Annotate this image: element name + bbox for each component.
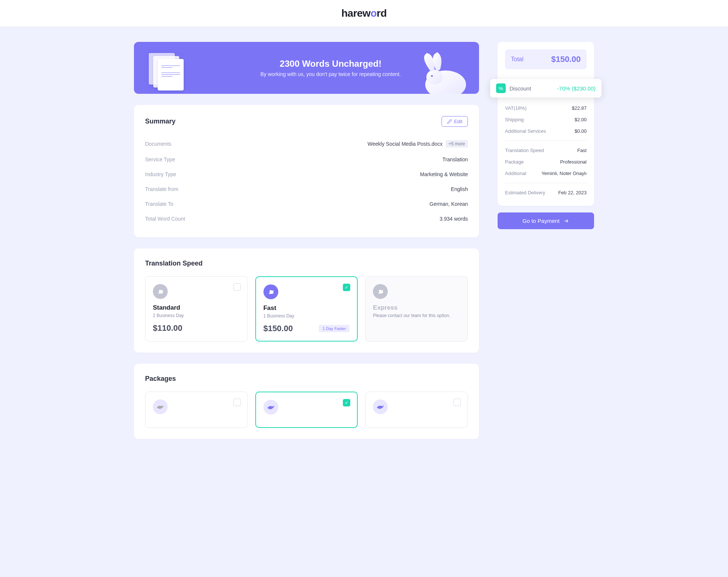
rabbit-icon	[263, 284, 278, 299]
summary-row: Industry Type Marketing & Website	[145, 167, 468, 182]
row-label: Total Word Count	[145, 216, 185, 222]
bird-icon	[263, 400, 278, 415]
packages-title: Packages	[145, 375, 176, 383]
detail-row: Translation Speed Fast	[505, 145, 587, 156]
est-value: Feb 22, 2023	[558, 190, 587, 195]
summary-card: Summary Edit Documents Weekly Social Med…	[134, 105, 479, 237]
price-row: VAT(18%) $22.87	[505, 102, 587, 114]
package-option-2[interactable]: ✓	[255, 392, 358, 428]
arrow-right-icon	[563, 218, 569, 224]
detail-label: Package	[505, 159, 524, 165]
bird-icon	[153, 399, 168, 414]
checkbox-icon	[453, 399, 461, 406]
price-value: $0.00	[574, 128, 587, 134]
option-price: $150.00	[263, 324, 293, 333]
rabbit-illustration	[409, 49, 475, 94]
discount-callout: % Discount -70% ($230.00)	[490, 79, 601, 98]
checkbox-checked-icon: ✓	[343, 399, 350, 406]
row-value: Marketing & Website	[420, 171, 468, 177]
option-sub: Please contact our team for this option.	[373, 313, 460, 318]
percent-icon: %	[496, 83, 506, 93]
promo-banner: 2300 Words Uncharged! By working with us…	[134, 42, 479, 94]
checkbox-checked-icon: ✓	[343, 284, 350, 291]
faster-badge: 1 Day Faster	[319, 325, 350, 332]
rabbit-icon	[373, 284, 388, 299]
go-to-payment-button[interactable]: Go to Payment	[498, 212, 594, 229]
discount-label: Discount	[509, 85, 554, 92]
row-label: Service Type	[145, 156, 175, 162]
row-label: Translate from	[145, 186, 178, 192]
row-value: Weekly Social Media Posts.docx+5 more	[368, 140, 468, 148]
summary-row: Documents Weekly Social Media Posts.docx…	[145, 136, 468, 152]
summary-row: Total Word Count 3.934 words	[145, 211, 468, 226]
summary-row: Service Type Translation	[145, 152, 468, 167]
summary-title: Summary	[145, 118, 176, 125]
price-label: Shipping	[505, 117, 524, 122]
option-price: $110.00	[153, 323, 183, 333]
brand-logo: hareword	[0, 7, 728, 19]
discount-value: -70% ($230.00)	[557, 85, 596, 92]
speed-option-fast[interactable]: ✓ Fast 1 Business Day $150.00 1 Day Fast…	[255, 276, 358, 342]
pricing-box: Total $150.00 Subtotal $127,11VAT(18%) $…	[498, 42, 594, 206]
row-label: Industry Type	[145, 171, 176, 177]
documents-illustration	[149, 53, 186, 83]
checkbox-icon	[233, 283, 241, 291]
price-row: Additional Services $0.00	[505, 125, 587, 137]
more-pill[interactable]: +5 more	[446, 140, 468, 148]
speed-option-standard[interactable]: Standard 2 Business Day $110.00	[145, 276, 248, 342]
price-value: $22.87	[572, 105, 587, 111]
option-name: Standard	[153, 304, 240, 311]
option-name: Fast	[263, 304, 350, 312]
detail-value: Yeminli, Noter Onaylı	[541, 171, 587, 176]
detail-row: Package Professional	[505, 156, 587, 168]
app-header: hareword	[0, 0, 728, 27]
total-value: $150.00	[551, 55, 581, 64]
price-row: Shipping $2.00	[505, 114, 587, 125]
edit-button[interactable]: Edit	[442, 116, 468, 127]
svg-point-2	[431, 75, 433, 77]
price-label: VAT(18%)	[505, 105, 527, 111]
svg-point-1	[426, 70, 443, 85]
pencil-icon	[447, 119, 452, 124]
cta-label: Go to Payment	[522, 218, 560, 224]
detail-label: Additional	[505, 171, 526, 176]
row-label: Documents	[145, 141, 171, 147]
option-sub: 2 Business Day	[153, 313, 240, 318]
speed-card: Translation Speed Standard 2 Business Da…	[134, 248, 479, 353]
est-label: Estimated Delivery	[505, 190, 545, 195]
speed-title: Translation Speed	[145, 260, 203, 267]
speed-option-express[interactable]: Express Please contact our team for this…	[365, 276, 468, 342]
checkbox-icon	[233, 399, 241, 406]
price-value: $2.00	[574, 117, 587, 122]
detail-row: Additional Yeminli, Noter Onaylı	[505, 168, 587, 179]
total-row: Total $150.00	[505, 49, 587, 69]
row-value: 3.934 words	[440, 216, 468, 222]
row-label: Translate To	[145, 201, 173, 207]
detail-label: Translation Speed	[505, 148, 544, 153]
row-value: Translation	[442, 156, 468, 162]
bird-icon	[373, 399, 388, 414]
row-value: German, Korean	[430, 201, 468, 207]
option-name: Express	[373, 304, 460, 311]
rabbit-icon	[153, 284, 168, 299]
packages-card: Packages ✓	[134, 364, 479, 439]
price-label: Additional Services	[505, 128, 546, 134]
option-sub: 1 Business Day	[263, 313, 350, 319]
summary-row: Translate To German, Korean	[145, 197, 468, 211]
summary-row: Translate from English	[145, 182, 468, 197]
detail-value: Fast	[577, 148, 587, 153]
row-value: English	[451, 186, 468, 192]
total-label: Total	[511, 56, 524, 63]
package-option-1[interactable]	[145, 392, 248, 428]
package-option-3[interactable]	[365, 392, 468, 428]
edit-label: Edit	[454, 119, 462, 124]
detail-value: Professional	[560, 159, 587, 165]
